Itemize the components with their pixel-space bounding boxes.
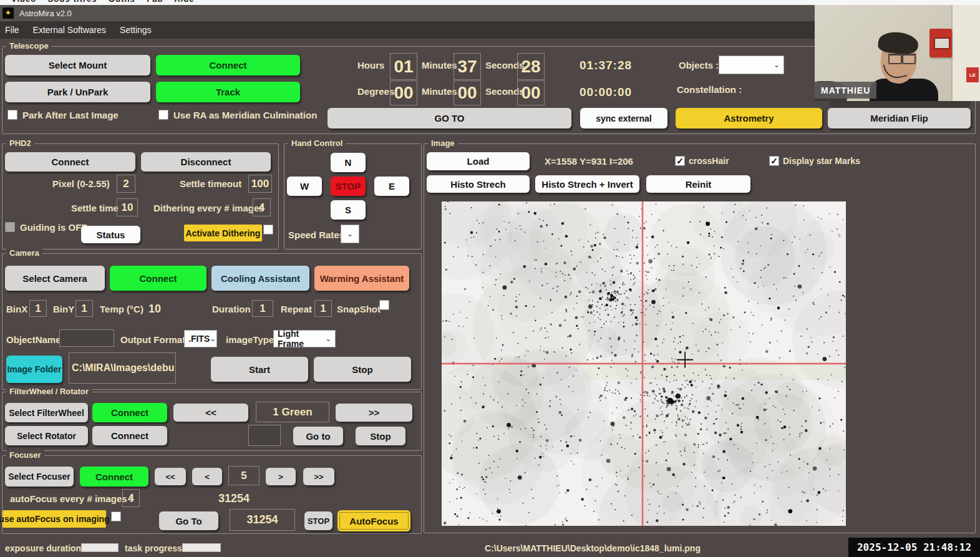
dithering-every-value[interactable]: 4 [253,198,271,216]
track-button[interactable]: Track [156,82,300,102]
park-after-last-image-checkbox[interactable] [7,110,17,120]
cooling-assistant-button[interactable]: Cooling Assistant [211,266,309,291]
image-folder-path[interactable]: C:\MIRA\Images\debu [69,352,176,384]
phd2-disconnect-button[interactable]: Disconnect [141,152,271,172]
filter-next-button[interactable]: >> [336,404,412,422]
sync-external-button[interactable]: sync external [580,108,667,128]
rotator-goto-button[interactable]: Go to [293,427,343,445]
phd2-group-label: PHD2 [6,138,34,148]
webcam-door-frame [951,5,980,101]
activate-dithering-button[interactable]: Activate Dithering [184,225,262,241]
check-icon: ✓ [676,157,684,165]
select-rotator-button[interactable]: Select Rotator [5,426,88,445]
rotator-connect-button[interactable]: Connect [92,426,167,445]
goto-button[interactable]: GO TO [327,108,571,128]
image-group-label: Image [428,138,458,148]
menu-item-file[interactable]: File [5,25,19,35]
focus-fwd-button[interactable]: > [266,468,296,485]
imagetype-select[interactable]: Light Frame ⌄ [273,330,336,347]
objectname-input[interactable] [59,329,114,347]
histo-strech-invert-button[interactable]: Histo Strech + Invert [535,175,639,193]
use-ra-label: Use RA as Meridian Culmination [173,110,317,120]
speed-rates-select[interactable]: ⌄ [341,225,359,243]
task-progressbar [182,543,221,552]
reinit-button[interactable]: Reinit [646,175,750,193]
app-star-icon: ✦ [2,7,14,19]
webcam-name-badge: MATTHIEU [815,82,876,99]
rotator-stop-button[interactable]: Stop [356,427,405,445]
settle-timeout-value[interactable]: 100 [248,175,272,193]
select-filterwheel-button[interactable]: Select FilterWheel [5,403,88,422]
rotator-angle-input[interactable] [248,425,281,446]
task-progress-label: task progress [125,543,182,553]
phd2-connect-button[interactable]: Connect [5,152,135,172]
degrees-value[interactable]: 00 [390,80,417,105]
image-folder-button[interactable]: Image Folder [6,356,62,383]
slew-east-button[interactable]: E [374,177,409,196]
dec-seconds-value[interactable]: 00 [517,80,545,105]
repeat-value[interactable]: 1 [314,300,332,317]
focuser-stop-button[interactable]: STOP [304,511,332,530]
menu-item-settings[interactable]: Settings [120,25,152,35]
autofocus-button[interactable]: AutoFocus [337,510,410,531]
pixel-value[interactable]: 2 [117,175,135,193]
focus-rewind-button[interactable]: << [155,468,186,485]
focuser-goto-button[interactable]: Go To [159,511,218,530]
focus-step-value[interactable]: 5 [228,466,260,485]
astrometry-button[interactable]: Astrometry [676,108,822,128]
repeat-label: Repeat [281,304,312,314]
snapshot-label: SnapShot [337,304,381,314]
output-format-select[interactable]: .FITS ⌄ [184,330,217,347]
imagetype-label: imageType [226,334,274,345]
slew-north-button[interactable]: N [331,153,366,172]
crosshair-checkbox[interactable]: ✓ [675,156,685,166]
status-button[interactable]: Status [81,226,140,243]
settle-time-value[interactable]: 10 [117,198,138,216]
background-menu-text: Video Sous-titres Outils Fab Aide [11,0,195,4]
slew-south-button[interactable]: S [331,200,366,220]
objects-select[interactable]: ⌄ [719,56,784,74]
use-autofocus-button[interactable]: use autoFocus on imaging [2,510,106,528]
star-marks-checkbox[interactable]: ✓ [769,156,779,166]
mount-connect-button[interactable]: Connect [156,55,300,75]
filterwheel-group-label: FilterWheel / Rotator [6,387,92,396]
star-marks-label: Display star Marks [783,156,860,166]
focuser-target-value[interactable]: 31254 [230,509,295,531]
camera-connect-button[interactable]: Connect [110,266,206,291]
focus-ffwd-button[interactable]: >> [303,468,334,485]
capture-stop-button[interactable]: Stop [314,357,411,382]
filter-prev-button[interactable]: << [173,404,248,422]
webcam-fire-alarm [929,29,952,57]
focuser-connect-button[interactable]: Connect [80,467,148,487]
select-camera-button[interactable]: Select Camera [5,266,105,291]
slew-west-button[interactable]: W [287,177,322,196]
meridian-flip-button[interactable]: Meridian Flip [828,108,971,128]
slew-stop-button[interactable]: STOP [331,177,366,196]
menu-item-external-softwares[interactable]: External Softwares [33,25,107,35]
degrees-label: Degrees [357,86,394,97]
use-ra-checkbox[interactable] [158,110,168,120]
ra-minutes-value[interactable]: 37 [454,53,481,80]
dec-minutes-value[interactable]: 00 [454,80,481,105]
autofocus-every-value[interactable]: 4 [122,489,140,507]
histo-strech-button[interactable]: Histo Strech [427,175,530,193]
use-autofocus-checkbox[interactable] [111,511,121,521]
hours-value[interactable]: 01 [390,53,417,80]
park-unpark-button[interactable]: Park / UnPark [5,82,150,102]
biny-value[interactable]: 1 [75,300,93,317]
datetime-display: 2025-12-05 21:48:12 [848,538,980,557]
activate-dithering-checkbox[interactable] [263,225,273,235]
focus-back-button[interactable]: < [192,468,222,485]
load-image-button[interactable]: Load [427,152,530,170]
select-focuser-button[interactable]: Select Focuser [5,467,74,487]
ra-seconds-value[interactable]: 28 [517,53,545,80]
starfield-canvas[interactable] [442,201,846,526]
filterwheel-connect-button[interactable]: Connect [92,403,167,422]
binx-value[interactable]: 1 [29,300,47,317]
capture-start-button[interactable]: Start [211,357,308,382]
snapshot-checkbox[interactable] [379,300,389,310]
select-mount-button[interactable]: Select Mount [5,55,150,75]
warming-assistant-button[interactable]: Warming Assistant [314,266,409,291]
duration-value[interactable]: 1 [252,300,273,317]
guiding-checkbox[interactable] [5,222,15,232]
